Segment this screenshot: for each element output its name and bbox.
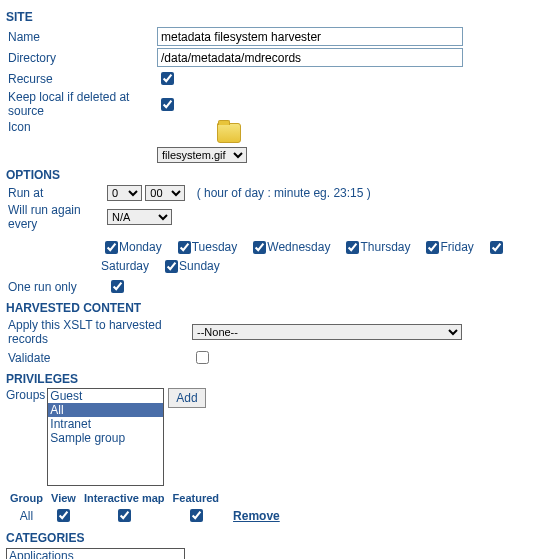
day-friday-checkbox[interactable] (426, 241, 439, 254)
col-featured: Featured (169, 492, 223, 504)
one-run-checkbox[interactable] (111, 280, 124, 293)
validate-checkbox[interactable] (196, 351, 209, 364)
name-input[interactable] (157, 27, 463, 46)
one-run-label: One run only (6, 276, 105, 297)
keep-local-checkbox[interactable] (161, 98, 174, 111)
section-categories-header: CATEGORIES (6, 531, 552, 545)
recurse-label: Recurse (6, 68, 155, 89)
day-thursday-checkbox[interactable] (346, 241, 359, 254)
section-site-header: SITE (6, 10, 552, 24)
day-thursday: Thursday (342, 240, 410, 254)
day-sunday-checkbox[interactable] (165, 260, 178, 273)
privileges-table: Group View Interactive map Featured All … (6, 492, 284, 527)
icon-select[interactable]: filesystem.gif (157, 147, 247, 163)
list-item[interactable]: All (48, 403, 163, 417)
col-view: View (47, 492, 80, 504)
section-harvested-header: HARVESTED CONTENT (6, 301, 552, 315)
validate-label: Validate (6, 347, 190, 368)
priv-interactive-checkbox[interactable] (118, 509, 131, 522)
run-at-minute-select[interactable]: 00 (145, 185, 185, 201)
priv-view-checkbox[interactable] (57, 509, 70, 522)
list-item[interactable]: Applications (7, 549, 184, 559)
day-tuesday-checkbox[interactable] (178, 241, 191, 254)
run-at-hint: ( hour of day : minute eg. 23:15 ) (197, 186, 371, 200)
list-item[interactable]: Guest (48, 389, 163, 403)
section-privileges-header: PRIVILEGES (6, 372, 552, 386)
xslt-label: Apply this XSLT to harvested records (6, 317, 190, 347)
harvested-form: Apply this XSLT to harvested records --N… (6, 317, 552, 368)
run-at-label: Run at (6, 184, 105, 202)
directory-label: Directory (6, 47, 155, 68)
day-wednesday-checkbox[interactable] (253, 241, 266, 254)
recurse-checkbox[interactable] (161, 72, 174, 85)
will-run-label: Will run again every (6, 202, 105, 232)
col-interactive: Interactive map (80, 492, 169, 504)
groups-label: Groups (6, 388, 45, 402)
groups-listbox[interactable]: GuestAllIntranetSample group (47, 388, 164, 486)
day-saturday-checkbox[interactable] (490, 241, 503, 254)
day-friday: Friday (422, 240, 473, 254)
remove-link[interactable]: Remove (233, 509, 280, 523)
day-tuesday: Tuesday (174, 240, 238, 254)
site-form: Name Directory Recurse Keep local if del… (6, 26, 552, 164)
day-wednesday: Wednesday (249, 240, 330, 254)
list-item[interactable]: Intranet (48, 417, 163, 431)
directory-input[interactable] (157, 48, 463, 67)
options-form: Run at 0 00 ( hour of day : minute eg. 2… (6, 184, 552, 232)
day-sunday: Sunday (161, 259, 220, 273)
will-run-select[interactable]: N/A (107, 209, 172, 225)
col-group: Group (6, 492, 47, 504)
categories-listbox[interactable]: ApplicationsAudio/VideoCase studies, bes… (6, 548, 185, 559)
add-button[interactable]: Add (168, 388, 205, 408)
icon-label: Icon (6, 119, 155, 164)
run-at-hour-select[interactable]: 0 (107, 185, 142, 201)
section-options-header: OPTIONS (6, 168, 552, 182)
days-row: MondayTuesdayWednesdayThursdayFridaySatu… (6, 238, 552, 276)
xslt-select[interactable]: --None-- (192, 324, 462, 340)
day-monday-checkbox[interactable] (105, 241, 118, 254)
folder-icon (217, 123, 241, 143)
name-label: Name (6, 26, 155, 47)
list-item[interactable]: Sample group (48, 431, 163, 445)
keep-local-label: Keep local if deleted at source (6, 89, 155, 119)
priv-row-group: All (6, 504, 47, 527)
priv-featured-checkbox[interactable] (190, 509, 203, 522)
day-monday: Monday (101, 240, 162, 254)
